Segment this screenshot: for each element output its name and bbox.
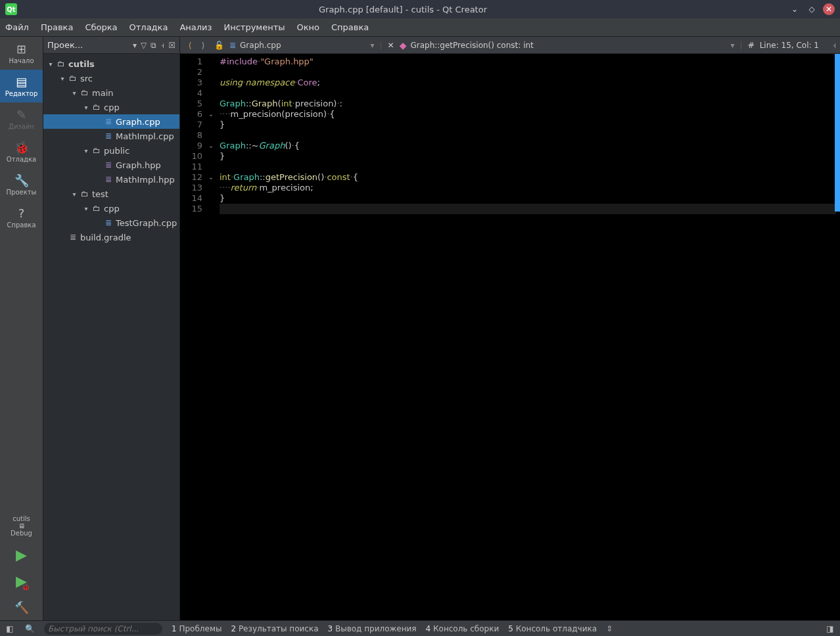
pane-3[interactable]: 3 Вывод приложения <box>328 624 417 633</box>
split-icon[interactable]: ⫞ <box>160 41 164 50</box>
menu-файл[interactable]: Файл <box>5 22 29 32</box>
mode-label: Дизайн <box>9 123 34 130</box>
project-tree[interactable]: ▾🗀cutils▾🗀src▾🗀main▾🗀cpp≣Graph.cpp≣MathI… <box>43 54 179 620</box>
mode-справка[interactable]: ?Справка <box>0 201 43 234</box>
menu-правка[interactable]: Правка <box>41 22 73 32</box>
filter-icon[interactable]: ▽ <box>141 41 147 50</box>
tree-label: MathImpl.hpp <box>114 175 175 185</box>
play-icon: ▶ <box>16 547 27 563</box>
pane-2[interactable]: 2 Результаты поиска <box>231 624 318 633</box>
code-editor[interactable]: 123456789101112131415 ⌄⌄⌄ #include·"Grap… <box>180 54 840 620</box>
split-editor-icon[interactable]: ⫞ <box>832 41 836 50</box>
expand-arrow-icon[interactable]: ▾ <box>70 89 79 97</box>
tree-item-test[interactable]: ▾🗀test <box>43 187 179 201</box>
mode-дизайн: ✎Дизайн <box>0 102 43 135</box>
chevron-down-icon: ▾ <box>731 41 735 50</box>
pane-menu-icon[interactable]: ⇕ <box>606 624 613 633</box>
symbol-selector[interactable]: ◆ Graph::getPrecision() const: int <box>400 40 726 51</box>
readonly-toggle-icon[interactable]: 🔓 <box>214 41 224 50</box>
hammer-icon: 🔨 <box>14 601 29 614</box>
expand-arrow-icon[interactable]: ▾ <box>82 104 91 111</box>
debug-run-button[interactable]: ▶🐞 <box>0 568 43 594</box>
folder-icon: 🗀 <box>91 146 103 155</box>
expand-arrow-icon[interactable]: ▾ <box>58 75 67 82</box>
close-panel-icon[interactable]: ☒ <box>168 41 175 50</box>
expand-arrow-icon[interactable]: ▾ <box>82 147 91 154</box>
tree-item-cpp[interactable]: ▾🗀cpp <box>43 100 179 114</box>
nav-forward-button[interactable]: ⟩ <box>197 41 209 50</box>
pane-1[interactable]: 1 Проблемы <box>172 624 222 633</box>
menu-сборка[interactable]: Сборка <box>85 22 117 32</box>
build-button[interactable]: 🔨 <box>0 594 43 620</box>
output-pane-bar: ◧ 🔍 1 Проблемы2 Результаты поиска3 Вывод… <box>0 620 840 636</box>
project-selector[interactable]: Проек... <box>47 40 129 50</box>
tree-item-main[interactable]: ▾🗀main <box>43 85 179 100</box>
run-button[interactable]: ▶ <box>0 541 43 568</box>
tree-item-src[interactable]: ▾🗀src <box>43 71 179 85</box>
folder-icon: 🗀 <box>67 74 79 83</box>
open-file-selector[interactable]: ≣ Graph.cpp ▾ <box>229 41 375 50</box>
dropdown-icon[interactable]: ▾ <box>133 41 137 50</box>
toggle-sidebar-icon[interactable]: ◧ <box>4 624 16 633</box>
mode-icon: ⊞ <box>16 42 26 56</box>
fold-column[interactable]: ⌄⌄⌄ <box>206 54 216 620</box>
tree-label: TestGraph.cpp <box>114 218 177 228</box>
file-icon: ≣ <box>103 117 114 126</box>
method-icon: ◆ <box>400 40 407 51</box>
mode-icon: ✎ <box>16 108 26 122</box>
mode-редактор[interactable]: ▤Редактор <box>0 70 43 102</box>
close-button[interactable]: ✕ <box>823 3 835 15</box>
pane-5[interactable]: 5 Консоль отладчика <box>508 624 597 633</box>
menu-отладка[interactable]: Отладка <box>129 22 168 32</box>
vertical-scrollbar[interactable] <box>835 54 840 212</box>
folder-icon: 🗀 <box>91 102 103 112</box>
pane-4[interactable]: 4 Консоль сборки <box>426 624 500 633</box>
tree-item-graph-cpp[interactable]: ≣Graph.cpp <box>43 114 179 129</box>
mode-проекты[interactable]: 🔧Проекты <box>0 168 43 201</box>
code-content[interactable]: #include·"Graph.hpp"using·namespace·Core… <box>216 54 840 620</box>
nav-back-button[interactable]: ⟨ <box>184 41 196 50</box>
expand-arrow-icon[interactable]: ▾ <box>82 205 91 212</box>
file-icon: ≣ <box>103 218 114 227</box>
kit-project-label: cutils <box>12 515 30 522</box>
editor-toolbar: ⟨ ⟩ 🔓 ≣ Graph.cpp ▾ | ✕ ◆ Graph::getPrec… <box>180 37 840 54</box>
tree-label: src <box>79 74 93 83</box>
expand-arrow-icon[interactable]: ▾ <box>70 191 79 198</box>
folder-icon: 🗀 <box>79 189 91 198</box>
locator-input[interactable] <box>44 623 162 635</box>
mode-icon: 🐞 <box>14 141 29 154</box>
tree-item-testgraph-cpp[interactable]: ≣TestGraph.cpp <box>43 216 179 230</box>
chevron-down-icon: ▾ <box>371 41 375 50</box>
project-panel-header: Проек... ▾ ▽ ⧉ ⫞ ☒ <box>43 37 179 54</box>
kit-selector[interactable]: cutils 🖥 Debug <box>0 510 43 541</box>
tree-label: test <box>91 189 108 199</box>
menu-окно[interactable]: Окно <box>296 22 319 32</box>
mode-label: Проекты <box>7 189 37 196</box>
file-icon: ≣ <box>67 233 79 242</box>
cursor-position[interactable]: Line: 15, Col: 1 <box>760 41 819 50</box>
minimize-button[interactable]: ⌄ <box>789 3 801 15</box>
tree-item-build-gradle[interactable]: ≣build.gradle <box>43 230 179 244</box>
tree-item-cpp[interactable]: ▾🗀cpp <box>43 201 179 216</box>
tree-item-mathimpl-cpp[interactable]: ≣MathImpl.cpp <box>43 129 179 143</box>
close-doc-button[interactable]: ✕ <box>388 41 394 50</box>
menu-анализ[interactable]: Анализ <box>179 22 212 32</box>
breadcrumb-label: Graph::getPrecision() const: int <box>410 41 533 50</box>
toggle-right-sidebar-icon[interactable]: ◨ <box>824 624 836 633</box>
maximize-button[interactable]: ◇ <box>806 3 818 15</box>
menu-инструменты[interactable]: Инструменты <box>223 22 285 32</box>
kit-build-label: Debug <box>11 530 32 537</box>
tree-item-mathimpl-hpp[interactable]: ≣MathImpl.hpp <box>43 172 179 187</box>
mode-отладка[interactable]: 🐞Отладка <box>0 135 43 168</box>
line-gutter[interactable]: 123456789101112131415 <box>180 54 206 620</box>
mode-начало[interactable]: ⊞Начало <box>0 37 43 70</box>
tree-item-graph-hpp[interactable]: ≣Graph.hpp <box>43 158 179 172</box>
tree-label: Graph.hpp <box>114 160 161 170</box>
link-icon[interactable]: ⧉ <box>151 41 156 50</box>
tree-item-public[interactable]: ▾🗀public <box>43 143 179 158</box>
expand-arrow-icon[interactable]: ▾ <box>46 60 55 68</box>
tree-item-cutils[interactable]: ▾🗀cutils <box>43 57 179 71</box>
folder-icon: 🗀 <box>55 59 67 68</box>
menu-справка[interactable]: Справка <box>331 22 369 32</box>
editor-file-name: Graph.cpp <box>240 41 281 50</box>
